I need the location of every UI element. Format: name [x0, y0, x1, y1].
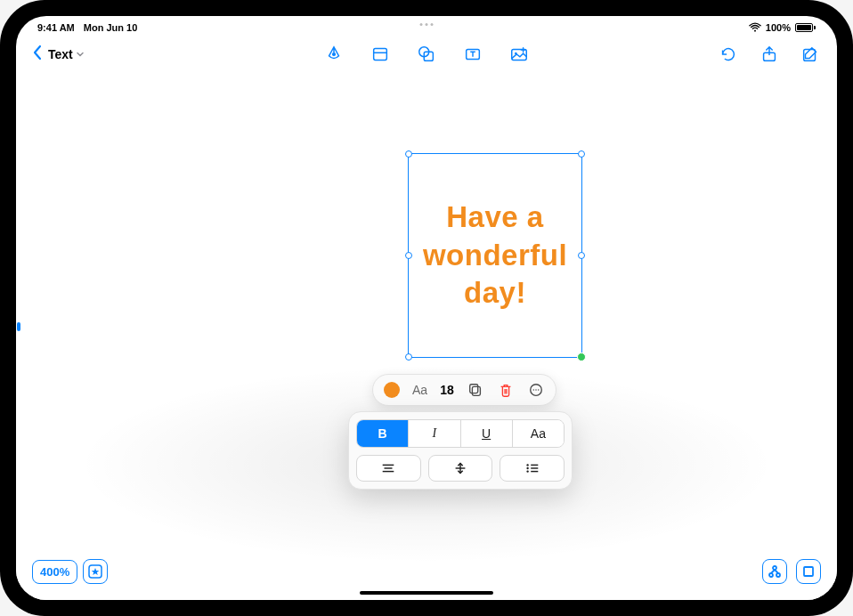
pen-tool-button[interactable]: [323, 44, 345, 65]
svg-point-30: [773, 566, 776, 570]
battery-icon: [795, 23, 816, 32]
delete-button[interactable]: [497, 381, 515, 399]
screen: 9:41 AM Mon Jun 10 100% Tex: [16, 16, 837, 600]
resize-handle-se[interactable]: [577, 353, 586, 361]
svg-point-0: [754, 29, 756, 31]
back-button[interactable]: [32, 45, 43, 64]
copy-button[interactable]: [467, 381, 484, 399]
svg-marker-29: [92, 568, 100, 575]
favorites-button[interactable]: [83, 559, 108, 584]
bold-button[interactable]: B: [357, 420, 409, 447]
svg-rect-12: [469, 385, 477, 393]
share-button[interactable]: [759, 44, 780, 65]
align-horizontal-button[interactable]: [356, 455, 421, 482]
svg-point-15: [535, 389, 536, 390]
align-vertical-button[interactable]: [428, 455, 493, 482]
chevron-down-icon: [76, 47, 85, 61]
undo-button[interactable]: [718, 44, 739, 65]
compose-button[interactable]: [800, 44, 821, 65]
sticky-note-button[interactable]: [370, 44, 391, 65]
shapes-button[interactable]: [416, 44, 437, 65]
battery-percent: 100%: [766, 22, 791, 33]
wifi-icon: [749, 22, 761, 34]
bottom-right-controls: [762, 559, 821, 584]
canvas[interactable]: Have a wonderful day! Aa 18: [16, 73, 837, 600]
align-row: [356, 455, 565, 482]
status-bar: 9:41 AM Mon Jun 10 100%: [16, 16, 837, 36]
svg-point-26: [526, 470, 528, 472]
underline-button[interactable]: U: [461, 420, 513, 447]
svg-point-32: [776, 573, 780, 577]
svg-point-31: [769, 573, 773, 577]
resize-handle-w[interactable]: [405, 252, 412, 259]
svg-rect-2: [374, 49, 387, 61]
text-case-button[interactable]: Aa: [513, 420, 564, 447]
resize-handle-e[interactable]: [578, 252, 585, 259]
home-indicator[interactable]: [360, 591, 493, 595]
italic-button[interactable]: I: [409, 420, 460, 447]
font-button[interactable]: Aa: [412, 383, 427, 397]
toolbar: Text: [16, 36, 837, 73]
status-time: 9:41 AM: [37, 22, 75, 33]
svg-point-1: [333, 53, 336, 56]
svg-line-34: [775, 570, 778, 573]
graph-view-button[interactable]: [762, 559, 787, 584]
multitask-dots[interactable]: [420, 23, 434, 26]
ipad-frame: 9:41 AM Mon Jun 10 100% Tex: [0, 0, 853, 616]
frame-button[interactable]: [796, 559, 821, 584]
resize-handle-sw[interactable]: [405, 353, 412, 361]
format-quick-row: Aa 18: [372, 374, 556, 406]
svg-point-16: [538, 389, 539, 390]
tool-title: Text: [48, 47, 73, 61]
font-size-button[interactable]: 18: [440, 383, 454, 397]
media-button[interactable]: [508, 44, 530, 65]
svg-line-33: [771, 570, 775, 573]
text-box-button[interactable]: [462, 44, 483, 65]
svg-rect-35: [804, 567, 813, 576]
resize-handle-ne[interactable]: [578, 150, 585, 158]
text-content[interactable]: Have a wonderful day!: [416, 199, 574, 313]
svg-point-14: [532, 389, 533, 390]
tool-title-dropdown[interactable]: Text: [48, 47, 85, 61]
status-date: Mon Jun 10: [84, 22, 138, 33]
text-color-button[interactable]: [384, 382, 400, 398]
format-panel: B I U Aa: [348, 411, 573, 490]
page-indicator: [17, 322, 20, 331]
svg-point-24: [526, 467, 528, 469]
svg-point-22: [526, 464, 528, 466]
list-button[interactable]: [500, 455, 565, 482]
zoom-controls: 400%: [32, 559, 108, 584]
text-style-row: B I U Aa: [356, 419, 565, 448]
text-object[interactable]: Have a wonderful day!: [408, 153, 582, 358]
zoom-level-button[interactable]: 400%: [32, 560, 77, 584]
svg-rect-11: [472, 386, 480, 395]
resize-handle-nw[interactable]: [405, 150, 412, 158]
more-button[interactable]: [527, 381, 545, 399]
